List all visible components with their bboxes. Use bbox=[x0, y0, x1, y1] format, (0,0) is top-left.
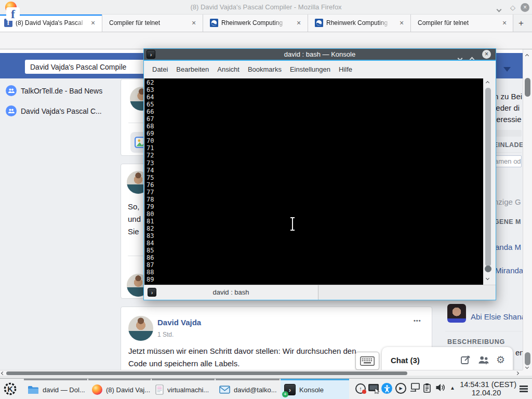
post-author-link[interactable]: David Vajda bbox=[157, 318, 201, 327]
add-contact-icon[interactable] bbox=[477, 355, 489, 365]
sidebar-item-pascal-group[interactable]: David Vajda's Pascal C... bbox=[21, 107, 102, 115]
new-message-icon[interactable] bbox=[460, 355, 471, 365]
avatar[interactable] bbox=[128, 316, 153, 341]
media-player-icon[interactable]: ▶ bbox=[395, 383, 406, 394]
volume-icon[interactable] bbox=[435, 383, 446, 392]
konsole-tab-label: david : bash bbox=[144, 288, 318, 296]
konsole-scroll-down-icon[interactable] bbox=[486, 276, 489, 280]
horizontal-scrollbar-thumb[interactable] bbox=[6, 371, 407, 375]
sidebar-item-talkortell[interactable]: TalkOrTell.de - Bad News bbox=[21, 87, 102, 95]
member-link[interactable]: Miranda bbox=[495, 266, 523, 275]
right-column-text-fragment: n zu Bei bbox=[494, 92, 522, 101]
member-avatar[interactable] bbox=[447, 304, 466, 323]
invite-header: EINLADE bbox=[494, 141, 524, 149]
panel-toolbox-icon[interactable] bbox=[520, 385, 528, 387]
konsole-scrollbar-dot[interactable] bbox=[485, 265, 491, 272]
konsole-close-button[interactable]: × bbox=[482, 50, 491, 59]
chat-settings-gear-icon[interactable]: ⚙ bbox=[496, 355, 505, 365]
post-text-fragment: So, bbox=[128, 202, 140, 211]
facebook-logo[interactable]: f bbox=[6, 7, 20, 21]
konsole-tab[interactable]: › david : bash bbox=[144, 285, 318, 300]
keyboard-button[interactable] bbox=[355, 352, 379, 370]
clipboard-icon[interactable] bbox=[423, 383, 431, 393]
chat-label: Chat (3) bbox=[391, 356, 460, 365]
menu-bookmarks[interactable]: Bookmarks bbox=[244, 61, 286, 78]
mail-icon bbox=[219, 385, 230, 394]
screen-layout-icon[interactable] bbox=[368, 383, 381, 394]
konsole-titlebar[interactable]: › david : bash — Konsole × bbox=[144, 49, 496, 60]
description-header: BESCHREIBUNG bbox=[447, 338, 505, 345]
svg-text:K: K bbox=[7, 385, 13, 393]
konsole-scroll-up-icon[interactable] bbox=[486, 81, 489, 85]
account-menu-caret-icon[interactable] bbox=[503, 67, 511, 72]
update-notifier-icon[interactable]: ↑ bbox=[355, 383, 366, 394]
menu-hilfe[interactable]: Hilfe bbox=[335, 61, 356, 78]
scroll-down-icon[interactable] bbox=[525, 365, 529, 369]
member-link[interactable]: anda M bbox=[495, 243, 521, 251]
tray-expand-icon[interactable]: ▲ bbox=[450, 385, 455, 391]
digital-clock[interactable]: 14:54:31 (CEST) 12.04.20 bbox=[456, 380, 516, 397]
member-link[interactable]: Abi Elsie Shana bbox=[471, 312, 526, 321]
document-icon bbox=[155, 384, 164, 395]
konsole-scrollbar[interactable] bbox=[483, 78, 493, 285]
task-mail[interactable]: david@talko... bbox=[216, 379, 280, 399]
clock-time: 14:54:31 (CEST) bbox=[456, 380, 516, 389]
desktop: (8) David Vajda's Pascal Compiler - Mozi… bbox=[0, 0, 532, 399]
clock-date: 12.04.20 bbox=[456, 389, 516, 397]
task-konsole[interactable]: › + Konsole bbox=[281, 379, 349, 399]
post-text-line: Code und speichern alle Labels. bbox=[128, 359, 240, 368]
accessibility-icon[interactable] bbox=[381, 383, 392, 394]
group-icon bbox=[6, 85, 17, 96]
konsole-menubar: Datei Bearbeiten Ansicht Bookmarks Einst… bbox=[144, 61, 496, 78]
vertical-scrollbar-thumb-lower[interactable] bbox=[525, 352, 530, 365]
firefox-icon bbox=[92, 384, 102, 395]
konsole-title: david : bash — Konsole bbox=[144, 50, 496, 58]
folder-icon bbox=[28, 385, 39, 394]
search-wrap bbox=[25, 60, 144, 74]
post-text-line: Jetzt müssen wir einen Schritt davor ste… bbox=[128, 347, 356, 355]
group-icon bbox=[6, 105, 17, 116]
members-header: GENE M bbox=[494, 218, 521, 225]
konsole-icon: › + bbox=[284, 384, 296, 395]
menu-ansicht[interactable]: Ansicht bbox=[213, 61, 244, 78]
post-text-fragment: Sie bbox=[128, 227, 139, 236]
chat-bar[interactable]: Chat (3) ⚙ bbox=[382, 347, 513, 373]
menu-datei[interactable]: Datei bbox=[148, 61, 172, 78]
post-text-fragment: und bbox=[128, 215, 141, 223]
post-menu-icon[interactable]: ••• bbox=[414, 317, 421, 324]
post-timestamp[interactable]: 1 Std. bbox=[157, 331, 174, 338]
task-firefox[interactable]: (8) David Vaj... bbox=[88, 379, 151, 399]
terminal-output[interactable]: 62 63 64 65 66 67 68 69 70 71 72 73 74 7… bbox=[144, 78, 483, 285]
scrollbar-corner bbox=[523, 370, 532, 376]
keyboard-icon bbox=[360, 356, 375, 366]
vertical-scrollbar-thumb[interactable] bbox=[525, 78, 530, 97]
right-column-text-fragment: teressie bbox=[494, 115, 522, 124]
konsole-window[interactable]: › david : bash — Konsole × Datei Bearbei… bbox=[143, 48, 496, 300]
ibeam-cursor bbox=[289, 217, 296, 231]
terminal-area[interactable]: 62 63 64 65 66 67 68 69 70 71 72 73 74 7… bbox=[144, 78, 496, 285]
right-column-text-fragment: ieder di bbox=[494, 103, 520, 112]
konsole-tabbar: › david : bash bbox=[144, 285, 496, 300]
taskbar: K david — Dol... (8) David Vaj... virtua… bbox=[0, 378, 532, 399]
right-column-gray-fragment: nzige G bbox=[494, 197, 521, 206]
network-icon[interactable] bbox=[409, 383, 421, 393]
plus-badge-icon: + bbox=[282, 391, 288, 397]
vertical-scrollbar[interactable] bbox=[523, 49, 532, 370]
horizontal-scrollbar[interactable] bbox=[0, 370, 523, 376]
scroll-up-icon[interactable] bbox=[525, 54, 529, 58]
scroll-right-icon[interactable] bbox=[515, 371, 519, 375]
scroll-left-icon[interactable] bbox=[1, 371, 5, 375]
menu-bearbeiten[interactable]: Bearbeiten bbox=[172, 61, 213, 78]
menu-einstellungen[interactable]: Einstellungen bbox=[286, 61, 335, 78]
application-launcher-icon[interactable]: K bbox=[3, 382, 17, 396]
task-virtualmachine[interactable]: virtualmachi... bbox=[152, 379, 215, 399]
task-dolphin[interactable]: david — Dol... bbox=[24, 379, 87, 399]
konsole-scrollbar-thumb[interactable] bbox=[485, 88, 491, 267]
